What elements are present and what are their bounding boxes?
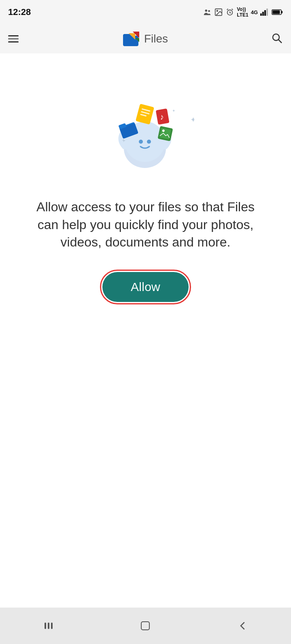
bottom-spacer [0,339,291,608]
home-icon [139,619,152,632]
svg-rect-38 [45,623,46,629]
status-time: 12:28 [8,7,31,17]
svg-point-3 [217,10,218,11]
nav-bar [0,608,291,644]
svg-text:✦: ✦ [172,108,175,113]
search-button[interactable] [271,32,283,46]
svg-line-18 [278,40,282,43]
recents-icon [42,619,55,632]
svg-point-22 [147,140,151,144]
svg-point-21 [139,140,143,144]
svg-rect-26 [135,104,154,125]
teams-icon [203,8,212,17]
svg-point-0 [205,10,208,12]
description-text: Allow access to your files so that Files… [32,198,259,251]
signal-icon [260,9,269,16]
svg-rect-13 [273,11,280,14]
svg-text:✦: ✦ [121,137,126,144]
app-title-group: Files [121,30,168,48]
svg-point-17 [273,34,279,40]
svg-rect-10 [266,9,268,16]
nav-home[interactable] [139,619,152,632]
app-bar: Files [0,24,291,53]
svg-line-5 [227,9,228,10]
svg-rect-9 [264,10,266,16]
svg-point-1 [208,10,210,12]
files-illustration: ♪ ✦ ✦ ✦ [97,82,194,179]
svg-rect-8 [262,12,264,16]
main-content: ♪ ✦ ✦ ✦ Allow access to your files so th… [0,53,291,339]
search-icon [271,32,283,44]
svg-text:✦: ✦ [190,116,194,124]
svg-line-6 [232,9,233,10]
nav-back[interactable] [236,619,249,632]
svg-rect-41 [141,622,149,630]
back-icon [236,619,249,632]
allow-button[interactable]: Allow [102,272,189,302]
illustration: ♪ ✦ ✦ ✦ [97,82,194,179]
lte-indicator: Vo))LTE1 [237,6,248,18]
app-title: Files [144,32,168,45]
battery-icon [272,9,283,16]
svg-rect-12 [281,11,283,13]
4g-indicator: 4G [251,9,258,15]
image-icon [214,8,223,17]
nav-recents[interactable] [42,619,55,632]
svg-rect-39 [48,623,49,629]
allow-button-wrapper: Allow [102,272,189,302]
alarm-icon [225,8,234,17]
files-logo [121,30,139,48]
status-icons: Vo))LTE1 4G [203,6,283,18]
menu-icon[interactable] [8,35,19,43]
status-bar: 12:28 Vo))LTE1 4G [0,0,291,24]
svg-rect-7 [260,13,262,16]
svg-rect-40 [51,623,53,629]
